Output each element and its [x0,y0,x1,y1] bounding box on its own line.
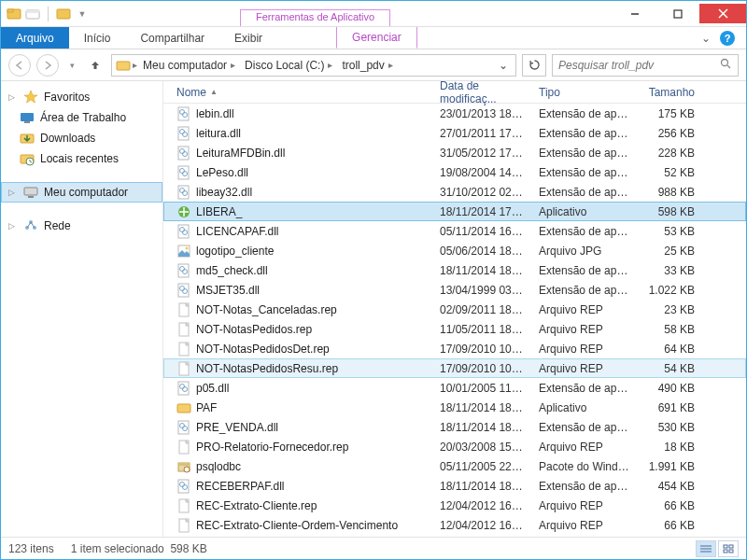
chevron-right-icon[interactable]: ▸ [231,60,235,70]
svg-rect-4 [57,9,70,19]
cell-name: NOT-NotasPedidos.rep [169,322,432,337]
cell-size: 33 KB [637,264,702,277]
close-button[interactable] [699,4,746,23]
file-row[interactable]: logotipo_cliente05/06/2014 18:41Arquivo … [163,241,746,260]
col-header-type[interactable]: Tipo [531,86,637,99]
file-icon [176,204,191,219]
file-icon [176,479,191,494]
chevron-right-icon[interactable]: ▸ [133,60,137,70]
svg-rect-56 [177,404,190,413]
back-button[interactable] [8,54,31,77]
nav-recent[interactable]: Locais recentes [1,148,162,169]
tree-toggle-icon[interactable]: ▷ [8,92,18,102]
cell-date: 31/10/2012 02:00 [432,186,531,199]
tree-toggle-icon[interactable]: ▷ [8,221,18,231]
nav-group-network: ▷ Rede [1,216,162,236]
search-box[interactable] [552,54,739,77]
cell-date: 17/09/2010 10:36 [432,362,531,375]
cell-type: Extensão de aplica... [531,186,637,199]
up-button[interactable] [85,55,106,76]
file-name: lebin.dll [196,107,234,120]
tab-file[interactable]: Arquivo [1,27,69,49]
file-row[interactable]: REC-Extrato-Cliente.rep12/04/2012 16:41A… [163,496,746,515]
help-icon[interactable]: ? [720,31,735,46]
cell-size: 18 KB [637,441,702,454]
file-row[interactable]: libeay32.dll31/10/2012 02:00Extensão de … [163,182,746,202]
file-row[interactable]: LePeso.dll19/08/2004 14:21Extensão de ap… [163,162,746,182]
refresh-button[interactable] [522,54,546,77]
address-dropdown-icon[interactable]: ⌄ [493,59,514,72]
file-row[interactable]: LeituraMFDBin.dll31/05/2012 17:04Extensã… [163,143,746,162]
folder-icon[interactable] [25,7,40,21]
svg-point-63 [184,467,190,472]
col-header-name[interactable]: Nome▲ [169,86,432,99]
details-view-button[interactable] [696,540,716,557]
cell-name: REC-Extrato-Cliente-Ordem-Vencimento [169,518,432,533]
file-icon [176,224,191,239]
file-row[interactable]: NOT-NotasPedidosResu.rep17/09/2010 10:36… [163,358,746,378]
maximize-button[interactable] [656,4,699,23]
tab-home[interactable]: Início [69,27,126,49]
expand-ribbon-icon[interactable]: ⌄ [701,32,711,45]
file-row[interactable]: lebin.dll23/01/2013 18:52Extensão de apl… [163,104,746,123]
col-header-size[interactable]: Tamanho [637,86,702,99]
cell-date: 31/05/2012 17:04 [432,147,531,160]
nav-desktop[interactable]: Área de Trabalho [1,107,162,128]
cell-size: 454 KB [637,480,702,493]
tab-share[interactable]: Compartilhar [125,27,219,49]
column-headers[interactable]: Nome▲ Data de modificaç... Tipo Tamanho [163,81,746,104]
file-row[interactable]: LICENCAPAF.dll05/11/2014 16:00Extensão d… [163,221,746,241]
file-row[interactable]: psqlodbc05/11/2005 22:23Pacote do Windo.… [163,456,746,476]
minimize-button[interactable] [613,4,656,23]
properties-icon[interactable] [56,7,71,21]
file-row[interactable]: leitura.dll27/01/2011 17:07Extensão de a… [163,123,746,143]
nav-computer[interactable]: ▷ Meu computador [1,182,162,203]
search-icon[interactable] [720,58,732,73]
svg-rect-73 [729,545,733,548]
cell-type: Arquivo REP [531,499,637,512]
col-header-date[interactable]: Data de modificaç... [432,79,531,105]
file-row[interactable]: PAF18/11/2014 18:02Aplicativo691 KB [163,398,746,417]
address-bar[interactable]: ▸ Meu computador▸ Disco Local (C:)▸ trol… [111,54,516,77]
history-dropdown[interactable]: ▾ [64,54,79,77]
cell-size: 598 KB [637,205,702,218]
crumb-folder[interactable]: troll_pdv▸ [338,55,396,76]
cell-name: leitura.dll [169,126,432,141]
file-row[interactable]: PRO-Relatorio-Fornecedor.rep20/03/2008 1… [163,437,746,456]
crumb-computer[interactable]: Meu computador▸ [139,55,239,76]
file-row[interactable]: NOT-Notas_Canceladas.rep02/09/2011 18:30… [163,300,746,319]
file-row[interactable]: REC-Extrato-Cliente-Ordem-Vencimento12/0… [163,515,746,535]
forward-button[interactable] [36,54,59,77]
search-input[interactable] [558,59,720,72]
file-name: md5_check.dll [196,264,268,277]
file-icon [176,381,191,396]
computer-icon [23,185,38,200]
file-list[interactable]: lebin.dll23/01/2013 18:52Extensão de apl… [163,104,746,537]
file-row[interactable]: NOT-NotasPedidosDet.rep17/09/2010 10:35A… [163,339,746,358]
file-row[interactable]: p05.dll10/01/2005 11:13Extensão de aplic… [163,378,746,398]
file-row[interactable]: MSJET35.dll13/04/1999 03:00Extensão de a… [163,280,746,300]
file-row[interactable]: NOT-NotasPedidos.rep11/05/2011 18:51Arqu… [163,319,746,339]
crumb-drive[interactable]: Disco Local (C:)▸ [241,55,336,76]
file-row[interactable]: LIBERA_18/11/2014 17:00Aplicativo598 KB [163,202,746,221]
cell-date: 05/11/2014 16:00 [432,225,531,238]
nav-favorites[interactable]: ▷ Favoritos [1,87,162,107]
icons-view-button[interactable] [718,540,739,557]
chevron-right-icon[interactable]: ▸ [328,60,332,70]
svg-rect-17 [24,188,37,195]
file-row[interactable]: RECEBERPAF.dll18/11/2014 18:04Extensão d… [163,476,746,496]
qat-dropdown-icon[interactable]: ▼ [75,7,90,21]
nav-network[interactable]: ▷ Rede [1,216,162,236]
nav-downloads[interactable]: Downloads [1,128,162,148]
tree-toggle-icon[interactable]: ▷ [8,188,18,197]
navigation-pane[interactable]: ▷ Favoritos Área de Trabalho Downloads L… [1,81,163,537]
nav-label: Locais recentes [40,152,119,165]
chevron-right-icon[interactable]: ▸ [388,60,393,70]
file-row[interactable]: md5_check.dll18/11/2014 18:10Extensão de… [163,260,746,280]
ribbon-right: ⌄ ? [701,27,746,49]
cell-type: Pacote do Windo... [531,460,637,473]
status-selection: 1 item selecionado 598 KB [71,542,207,555]
file-row[interactable]: PRE_VENDA.dll18/11/2014 18:03Extensão de… [163,417,746,437]
file-name: NOT-NotasPedidosResu.rep [196,362,338,375]
cell-size: 988 KB [637,186,702,199]
